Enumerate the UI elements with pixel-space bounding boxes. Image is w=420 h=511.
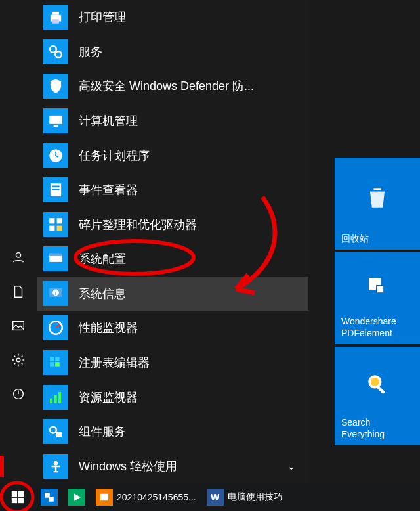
taskbar-item-pdfelement[interactable] (35, 483, 63, 511)
svg-point-6 (371, 378, 379, 386)
app-label: 事件查看器 (79, 182, 138, 198)
start-app-computer[interactable]: 计算机管理 (37, 104, 308, 139)
live-tiles-column: 回收站 Wondershare PDFelement Search Everyt… (335, 158, 420, 445)
rail-user[interactable] (10, 250, 26, 265)
start-menu: 打印管理服务高级安全 Windows Defender 防...计算机管理任务计… (0, 0, 308, 483)
video-icon (68, 489, 85, 506)
app-label: 注册表编辑器 (79, 355, 150, 370)
svg-rect-22 (52, 189, 59, 190)
start-app-resmon[interactable]: 资源监视器 (37, 380, 308, 414)
svg-rect-45 (12, 498, 17, 503)
svg-rect-34 (55, 357, 60, 361)
svg-rect-33 (50, 357, 54, 361)
svg-rect-24 (57, 218, 62, 223)
services-icon (43, 39, 68, 64)
svg-rect-39 (58, 392, 61, 403)
tile-search-everything[interactable]: Search Everything (335, 347, 420, 445)
resmon-icon (43, 385, 68, 410)
start-app-event[interactable]: 事件查看器 (37, 173, 308, 208)
start-app-perf[interactable]: 性能监视器 (37, 311, 308, 345)
svg-point-40 (50, 427, 56, 433)
start-rail (0, 0, 37, 483)
reader-icon (96, 489, 113, 506)
svg-rect-23 (49, 218, 54, 223)
svg-point-10 (16, 358, 20, 362)
pdfelement-icon (41, 489, 58, 506)
app-label: 资源监视器 (79, 389, 138, 405)
svg-rect-41 (56, 432, 62, 437)
rail-pictures[interactable] (10, 318, 26, 334)
component-icon (43, 419, 68, 444)
chevron-down-icon: ⌄ (287, 461, 295, 472)
start-app-sysconfig[interactable]: 系统配置 (37, 242, 308, 277)
start-app-defrag[interactable]: 碎片整理和优化驱动器 (37, 207, 308, 242)
sysconfig-icon (43, 246, 68, 271)
svg-point-8 (16, 253, 20, 257)
start-app-services[interactable]: 服务 (37, 35, 308, 70)
svg-rect-35 (50, 362, 54, 367)
svg-rect-38 (54, 395, 57, 403)
app-label: 组件服务 (79, 424, 126, 439)
start-app-component[interactable]: 组件服务 (37, 414, 308, 449)
svg-rect-46 (18, 498, 24, 503)
tile-pdfelement[interactable]: Wondershare PDFelement (335, 252, 420, 344)
computer-icon (43, 108, 68, 133)
svg-rect-36 (55, 362, 60, 367)
app-label: 任务计划程序 (79, 148, 150, 164)
svg-rect-14 (52, 20, 59, 24)
printer-icon (43, 5, 68, 30)
app-label: 系统信息 (79, 286, 126, 301)
regedit-icon (43, 350, 68, 375)
svg-rect-25 (49, 225, 54, 231)
app-label: 系统配置 (79, 251, 126, 267)
taskbar-label: 电脑使用技巧 (228, 491, 283, 503)
start-app-regedit[interactable]: 注册表编辑器 (37, 345, 308, 380)
start-app-list: 打印管理服务高级安全 Windows Defender 防...计算机管理任务计… (37, 0, 308, 483)
taskbar-item-word[interactable]: W电脑使用技巧 (201, 483, 288, 511)
svg-point-15 (50, 46, 56, 53)
svg-rect-13 (52, 12, 59, 15)
start-app-sysinfo[interactable]: i系统信息 (37, 277, 308, 311)
svg-rect-0 (374, 188, 381, 190)
svg-rect-48 (49, 497, 54, 502)
word-icon: W (207, 489, 224, 506)
svg-point-42 (54, 461, 58, 466)
start-app-printer[interactable]: 打印管理 (37, 0, 308, 35)
clock-icon (43, 143, 68, 168)
start-app-ease[interactable]: Windows 轻松使用⌄ (37, 449, 308, 484)
taskbar-item-reader[interactable]: 20210425145655... (91, 483, 201, 511)
svg-rect-21 (52, 186, 59, 187)
taskbar-item-video[interactable] (63, 483, 91, 511)
app-label: 高级安全 Windows Defender 防... (79, 78, 254, 94)
svg-rect-37 (50, 398, 52, 403)
app-label: Windows 轻松使用 (79, 458, 177, 474)
shield-icon (43, 74, 68, 99)
svg-rect-28 (49, 254, 62, 256)
start-app-shield[interactable]: 高级安全 Windows Defender 防... (37, 69, 308, 104)
tile-recycle-bin[interactable]: 回收站 (335, 158, 420, 250)
svg-rect-43 (12, 491, 17, 497)
event-icon (43, 177, 68, 202)
tile-label: Wondershare PDFelement (341, 315, 413, 339)
taskbar: 20210425145655...W电脑使用技巧 (0, 483, 420, 511)
start-button[interactable] (0, 483, 35, 511)
sysinfo-icon: i (43, 281, 68, 306)
tile-label: 回收站 (341, 233, 369, 244)
pdfelement-icon (341, 257, 413, 315)
rail-documents[interactable] (10, 284, 26, 300)
rail-settings[interactable] (10, 352, 26, 368)
recycle-bin-icon (341, 163, 413, 233)
start-app-clock[interactable]: 任务计划程序 (37, 138, 308, 173)
svg-rect-26 (57, 225, 62, 231)
rail-power[interactable] (10, 386, 26, 402)
svg-point-16 (55, 51, 62, 58)
svg-rect-17 (49, 116, 62, 124)
svg-rect-4 (377, 286, 383, 292)
svg-rect-18 (54, 125, 58, 127)
tile-label: Search Everything (341, 416, 413, 440)
app-label: 碎片整理和优化驱动器 (79, 217, 197, 233)
ease-icon (43, 454, 68, 479)
search-icon (341, 352, 413, 416)
svg-rect-7 (377, 386, 385, 394)
app-label: 性能监视器 (79, 320, 138, 336)
